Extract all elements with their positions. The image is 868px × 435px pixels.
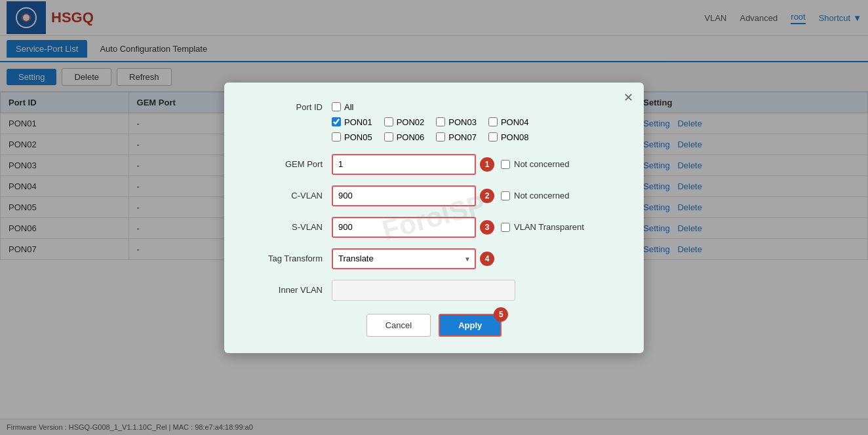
inner-vlan-label: Inner VLAN [250, 285, 323, 295]
tag-transform-select-wrapper: Translate Add Remove Replace [332, 248, 476, 269]
pon04-label: PON04 [501, 117, 529, 127]
port-row-2: PON05 PON06 PON07 PON08 [332, 132, 618, 142]
cancel-button[interactable]: Cancel [366, 314, 431, 337]
pon06-label: PON06 [397, 132, 425, 142]
port-pon01: PON01 [332, 117, 372, 127]
port-id-row: Port ID All [250, 102, 618, 112]
gem-port-input[interactable] [332, 154, 476, 175]
gem-port-label: GEM Port [250, 159, 323, 169]
pon01-checkbox[interactable] [332, 117, 341, 126]
port-row-1: PON01 PON02 PON03 PON04 [332, 117, 618, 127]
modal-footer: Cancel Apply 5 [250, 314, 618, 337]
all-checkbox[interactable] [332, 102, 341, 111]
tag-transform-label: Tag Transform [250, 254, 323, 263]
pon04-checkbox[interactable] [488, 117, 498, 126]
cvlan-not-concerned-label: Not concerned [514, 191, 570, 200]
step-4-badge: 4 [480, 252, 494, 266]
modal-overlay: ForoISP ✕ Port ID All PON01 PON02 [0, 0, 868, 435]
modal-close-button[interactable]: ✕ [623, 90, 633, 105]
cvlan-label: C-VLAN [250, 191, 323, 200]
all-label: All [344, 102, 353, 112]
tag-transform-row: Tag Transform Translate Add Remove Repla… [250, 248, 618, 269]
cvlan-not-concerned-checkbox[interactable] [501, 191, 510, 200]
tag-transform-select[interactable]: Translate Add Remove Replace [332, 248, 476, 269]
port-pon08: PON08 [488, 132, 529, 142]
pon02-checkbox[interactable] [384, 117, 393, 126]
port-pon02: PON02 [384, 117, 425, 127]
port-pon03: PON03 [436, 117, 477, 127]
pon08-checkbox[interactable] [488, 132, 498, 142]
cvlan-input[interactable] [332, 185, 476, 206]
step-5-badge: 5 [494, 307, 508, 322]
tag-transform-input-group: Translate Add Remove Replace 4 [332, 248, 494, 269]
pon03-label: PON03 [448, 117, 477, 127]
step-1-badge: 1 [480, 157, 494, 172]
gem-port-row: GEM Port 1 Not concerned [250, 154, 618, 175]
pon03-checkbox[interactable] [436, 117, 445, 126]
svlan-transparent-checkbox[interactable] [501, 223, 510, 232]
cvlan-row: C-VLAN 2 Not concerned [250, 185, 618, 206]
port-id-label: Port ID [250, 102, 323, 112]
pon05-label: PON05 [344, 132, 372, 142]
pon08-label: PON08 [501, 132, 529, 142]
port-id-section: Port ID All PON01 PON02 PON03 [250, 102, 618, 142]
step-2-badge: 2 [480, 189, 494, 203]
cvlan-input-group: 2 [332, 185, 494, 206]
pon02-label: PON02 [397, 117, 425, 127]
gem-not-concerned-checkbox[interactable] [501, 160, 510, 169]
pon07-checkbox[interactable] [436, 132, 445, 142]
inner-vlan-row: Inner VLAN [250, 280, 618, 301]
pon06-checkbox[interactable] [384, 132, 393, 142]
gem-not-concerned-label: Not concerned [514, 159, 570, 169]
svlan-input[interactable] [332, 217, 476, 238]
port-all-item: All [332, 102, 353, 112]
svlan-row: S-VLAN 3 VLAN Transparent [250, 217, 618, 238]
inner-vlan-input[interactable] [332, 280, 515, 301]
port-pon05: PON05 [332, 132, 372, 142]
port-pon04: PON04 [488, 117, 529, 127]
modal-dialog: ForoISP ✕ Port ID All PON01 PON02 [224, 83, 644, 353]
pon05-checkbox[interactable] [332, 132, 341, 142]
pon01-label: PON01 [344, 117, 372, 127]
cvlan-not-concerned: Not concerned [501, 191, 570, 200]
gem-port-input-group: 1 [332, 154, 494, 175]
apply-button[interactable]: Apply [439, 314, 502, 337]
svlan-transparent-label: VLAN Transparent [514, 222, 584, 232]
port-pon06: PON06 [384, 132, 425, 142]
svlan-label: S-VLAN [250, 222, 323, 232]
port-pon07: PON07 [436, 132, 477, 142]
step-3-badge: 3 [480, 220, 494, 235]
gem-port-not-concerned: Not concerned [501, 159, 570, 169]
svlan-input-group: 3 [332, 217, 494, 238]
pon07-label: PON07 [448, 132, 477, 142]
svlan-vlan-transparent: VLAN Transparent [501, 222, 584, 232]
